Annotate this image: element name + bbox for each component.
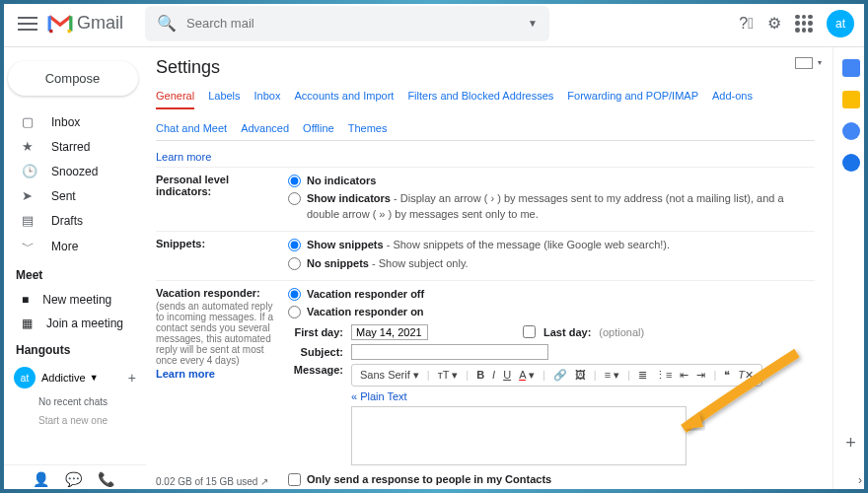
tab-offline[interactable]: Offline (303, 122, 334, 140)
search-bar[interactable]: 🔍 ▼ (145, 6, 549, 41)
snippets-row: Snippets: Show snippets - Show snippets … (156, 231, 815, 280)
tab-inbox[interactable]: Inbox (254, 90, 281, 108)
sidebar-item-inbox[interactable]: ▢Inbox (0, 109, 146, 134)
bold-icon[interactable]: B (476, 369, 484, 381)
add-app-icon[interactable]: + (845, 433, 856, 454)
subject-input[interactable] (351, 344, 548, 360)
new-meeting[interactable]: ■New meeting (0, 288, 146, 312)
account-avatar[interactable]: at (827, 10, 854, 37)
snippets-label: Snippets: (156, 238, 288, 274)
settings-tabs: General Labels Inbox Accounts and Import… (156, 90, 815, 141)
link-icon[interactable]: 🔗 (553, 369, 567, 382)
message-body[interactable] (351, 406, 687, 465)
camera-icon: ■ (22, 293, 29, 307)
tab-filters[interactable]: Filters and Blocked Addresses (407, 90, 553, 108)
italic-icon[interactable]: I (492, 369, 495, 381)
keep-icon[interactable] (842, 91, 860, 108)
chevron-down-icon: ﹀ (22, 238, 37, 255)
format-toolbar: Sans Serif ▾| тT ▾| B I U A ▾| 🔗 🖼| ≡ ▾|… (351, 364, 762, 387)
vacation-on-radio[interactable] (288, 306, 301, 318)
compose-label: Compose (45, 71, 101, 86)
tab-advanced[interactable]: Advanced (241, 122, 289, 140)
vacation-responder-row: Vacation responder: (sends an automated … (156, 280, 815, 492)
app-header: Gmail 🔍 ▼ ?⃝ ⚙ at (0, 0, 868, 47)
image-icon[interactable]: 🖼 (575, 369, 586, 381)
vacation-off-radio[interactable] (288, 288, 301, 301)
calendar-icon[interactable] (842, 59, 860, 77)
sidebar: + Compose ▢Inbox ★Starred 🕒Snoozed ➤Sent… (0, 47, 146, 493)
help-icon[interactable]: ?⃝ (739, 15, 754, 33)
pli-no-indicators-radio[interactable] (288, 175, 301, 187)
chat-status-bar: 👤 💬 📞 (0, 464, 146, 487)
apps-icon[interactable] (795, 15, 813, 33)
align-icon[interactable]: ≡ ▾ (605, 369, 619, 382)
add-chat-icon[interactable]: + (128, 370, 136, 386)
tab-forwarding[interactable]: Forwarding and POP/IMAP (567, 90, 698, 108)
clear-format-icon[interactable]: T✕ (738, 369, 754, 382)
side-rail: + (832, 47, 868, 493)
tab-general[interactable]: General (156, 90, 194, 109)
sidebar-item-starred[interactable]: ★Starred (0, 134, 146, 159)
gmail-m-icon (47, 14, 73, 34)
personal-level-indicators-row: Personal level indicators: No indicators… (156, 167, 815, 231)
message-label: Message: (288, 364, 343, 376)
hangouts-self[interactable]: at Addictive ▼ + (0, 363, 146, 392)
plain-text-link[interactable]: « Plain Text (351, 390, 407, 402)
tab-accounts[interactable]: Accounts and Import (294, 90, 394, 108)
sidebar-item-more[interactable]: ﹀More (0, 233, 146, 260)
gear-icon[interactable]: ⚙ (767, 14, 781, 33)
only-contacts-checkbox[interactable] (288, 473, 301, 486)
density-toggle[interactable] (795, 57, 813, 69)
compose-button[interactable]: + Compose (8, 61, 138, 96)
vacation-label: Vacation responder: (sends an automated … (156, 287, 288, 486)
first-day-input[interactable] (351, 324, 428, 340)
tasks-icon[interactable] (842, 122, 860, 140)
size-icon[interactable]: тT ▾ (438, 369, 459, 382)
numlist-icon[interactable]: ≣ (638, 369, 647, 382)
last-day-label: Last day: (543, 326, 591, 338)
first-day-label: First day: (288, 326, 343, 338)
show-snippets-radio[interactable] (288, 239, 301, 251)
logo-text: Gmail (77, 13, 123, 34)
start-new-chat[interactable]: Start a new one (0, 411, 146, 430)
join-icon: ▦ (22, 317, 33, 330)
font-select[interactable]: Sans Serif ▾ (360, 369, 419, 382)
indent-icon[interactable]: ⇥ (696, 369, 705, 382)
tab-themes[interactable]: Themes (348, 122, 388, 140)
no-snippets-radio[interactable] (288, 257, 301, 270)
file-icon: ▤ (22, 213, 37, 228)
join-meeting[interactable]: ▦Join a meeting (0, 312, 146, 335)
person-icon[interactable]: 👤 (33, 471, 49, 487)
phone-icon[interactable]: 📞 (98, 471, 114, 487)
learn-more-vacation[interactable]: Learn more (156, 368, 280, 380)
sidebar-item-drafts[interactable]: ▤Drafts (0, 208, 146, 233)
search-input[interactable] (186, 16, 518, 31)
underline-icon[interactable]: U (503, 369, 511, 381)
hangouts-header: Hangouts (0, 335, 146, 363)
star-icon: ★ (22, 139, 37, 154)
pli-label: Personal level indicators: (156, 174, 288, 225)
tab-chat[interactable]: Chat and Meet (156, 122, 227, 140)
menu-icon[interactable] (18, 17, 37, 31)
tab-addons[interactable]: Add-ons (712, 90, 753, 108)
meet-header: Meet (0, 260, 146, 288)
outdent-icon[interactable]: ⇤ (680, 369, 688, 382)
side-panel-toggle[interactable]: › (858, 473, 862, 487)
quote-icon[interactable]: ❝ (724, 369, 730, 382)
learn-more-link[interactable]: Learn more (156, 151, 211, 163)
bullist-icon[interactable]: ⋮≡ (655, 369, 672, 382)
contacts-icon[interactable] (842, 154, 860, 172)
color-icon[interactable]: A ▾ (519, 369, 535, 382)
pli-show-indicators-radio[interactable] (288, 192, 301, 205)
last-day-checkbox[interactable] (523, 325, 536, 338)
tab-labels[interactable]: Labels (208, 90, 240, 108)
clock-icon: 🕒 (22, 164, 37, 178)
gmail-logo[interactable]: Gmail (47, 13, 123, 34)
storage-text[interactable]: 0.02 GB of 15 GB used ↗ (156, 476, 268, 487)
dropdown-icon[interactable]: ▼ (90, 373, 99, 383)
chat-icon[interactable]: 💬 (65, 471, 82, 487)
sidebar-item-snoozed[interactable]: 🕒Snoozed (0, 159, 146, 183)
sidebar-item-sent[interactable]: ➤Sent (0, 183, 146, 208)
no-recent-chats: No recent chats (0, 392, 146, 411)
search-options-icon[interactable]: ▼ (528, 18, 538, 29)
